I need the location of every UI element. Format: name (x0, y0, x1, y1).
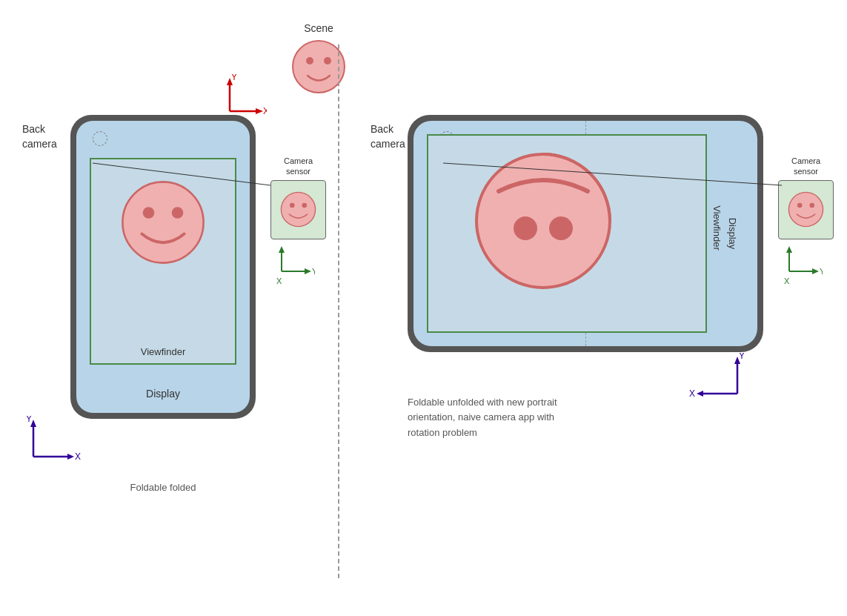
svg-text:Y: Y (820, 267, 823, 276)
svg-marker-25 (67, 454, 74, 460)
svg-text:Y: Y (739, 353, 745, 361)
svg-point-33 (809, 203, 814, 208)
scene-container: Scene (289, 22, 348, 99)
back-camera-label-right: Back camera (371, 122, 405, 151)
left-phone-inner: Viewfinder Display (76, 121, 250, 413)
svg-marker-35 (786, 246, 792, 253)
svg-text:X: X (276, 276, 282, 285)
left-display-label: Display (146, 388, 180, 400)
left-phone-wrapper: Viewfinder Display Camera sensor (70, 115, 256, 419)
svg-point-14 (302, 203, 307, 208)
left-smiley (115, 174, 211, 271)
left-caption: Foldable folded (70, 482, 256, 493)
svg-point-13 (290, 203, 295, 208)
svg-marker-42 (697, 391, 703, 397)
svg-point-31 (788, 192, 823, 226)
left-sensor-smiley (278, 189, 319, 230)
scene-label: Scene (289, 22, 348, 34)
right-sensor-box (778, 180, 834, 239)
right-phone-wrapper: Viewfinder Display Camera sensor (408, 115, 763, 352)
svg-point-10 (143, 207, 155, 219)
svg-point-32 (797, 203, 803, 208)
svg-text:Y: Y (231, 74, 237, 82)
left-bottom-axes: X Y (22, 416, 82, 474)
svg-text:Y: Y (26, 416, 32, 424)
left-diagram: Back camera (22, 115, 207, 419)
left-bottom-axes-svg: X Y (22, 416, 82, 471)
right-bottom-axes: X Y (685, 353, 748, 411)
svg-marker-16 (279, 246, 285, 253)
right-phone-outer: Viewfinder Display (408, 115, 763, 352)
right-bottom-axes-svg: X Y (685, 353, 748, 408)
right-phone-inner: Viewfinder Display (413, 121, 757, 346)
left-phone-outer: Viewfinder Display (70, 115, 256, 419)
right-sensor-label: Camera sensor (778, 156, 834, 177)
right-display-label: Display (727, 218, 738, 250)
svg-text:X: X (75, 451, 81, 462)
left-sensor-box (270, 180, 326, 239)
svg-marker-18 (305, 268, 311, 274)
svg-marker-37 (812, 268, 819, 274)
svg-point-1 (306, 57, 313, 64)
svg-text:X: X (689, 388, 695, 399)
main-container: Scene X Y Back camera (0, 0, 847, 616)
left-sensor-axes: Y X (270, 245, 326, 289)
left-viewfinder-label: Viewfinder (141, 346, 185, 357)
right-caption: Foldable unfolded with new portrait orie… (408, 395, 557, 441)
back-camera-label-left: Back camera (22, 122, 57, 151)
svg-point-2 (324, 57, 331, 64)
left-sensor-axes-svg: Y X (270, 245, 315, 286)
svg-point-30 (549, 216, 573, 240)
right-diagram: Back camera (363, 115, 719, 352)
right-sensor-smiley (785, 189, 826, 230)
svg-point-12 (281, 192, 315, 226)
left-viewfinder-box: Viewfinder (90, 158, 236, 365)
divider (338, 44, 339, 578)
svg-point-11 (172, 207, 184, 219)
left-camera-hole (93, 131, 107, 146)
scene-face (289, 37, 348, 96)
right-viewfinder-label: Viewfinder (711, 205, 723, 250)
svg-point-9 (122, 182, 203, 262)
svg-point-29 (514, 216, 537, 240)
svg-marker-6 (256, 108, 263, 114)
left-sensor-wrapper: Camera sensor (270, 156, 326, 289)
right-sensor-wrapper: Camera sensor (778, 156, 834, 289)
right-sensor-axes-svg: Y X (778, 245, 823, 286)
left-sensor-label: Camera sensor (270, 156, 326, 177)
svg-text:X: X (263, 106, 267, 116)
svg-text:X: X (784, 276, 790, 285)
right-viewfinder-box: Viewfinder (427, 134, 707, 333)
svg-text:Y: Y (312, 267, 315, 276)
right-sensor-axes: Y X (778, 245, 834, 289)
right-smiley (469, 147, 617, 295)
svg-point-0 (293, 41, 345, 93)
